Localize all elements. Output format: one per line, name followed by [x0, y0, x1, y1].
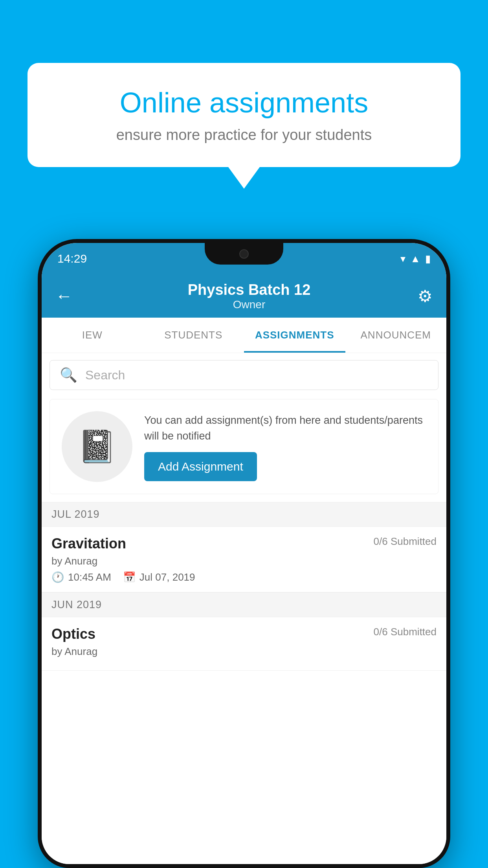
search-placeholder: Search [85, 368, 125, 383]
assignment-optics-title: Optics [51, 626, 95, 642]
assignment-gravitation-date: 📅 Jul 07, 2019 [123, 571, 195, 583]
notebook-icon: 📓 [77, 428, 117, 465]
content-area: 🔍 Search 📓 You can add assignment(s) fro… [42, 353, 446, 864]
assignment-item-optics[interactable]: Optics 0/6 Submitted by Anurag [42, 617, 446, 671]
status-bar: 14:29 ▾ ▲ ▮ [42, 243, 446, 274]
search-container: 🔍 Search [42, 353, 446, 397]
empty-state-card: 📓 You can add assignment(s) from here an… [50, 399, 438, 494]
app-bar: ← Physics Batch 12 Owner ⚙ [42, 274, 446, 318]
phone-frame: 14:29 ▾ ▲ ▮ ← Physics Batch 12 Owner ⚙ I… [38, 239, 450, 868]
gravitation-time-value: 10:45 AM [68, 571, 111, 583]
assignment-optics-author: by Anurag [51, 645, 437, 658]
app-bar-title-container: Physics Batch 12 Owner [81, 281, 418, 311]
section-header-jun-2019: JUN 2019 [42, 592, 446, 617]
assignment-gravitation-submitted: 0/6 Submitted [374, 535, 437, 548]
search-icon: 🔍 [60, 367, 77, 383]
calendar-icon: 📅 [123, 571, 136, 583]
speech-bubble-subtitle: ensure more practice for your students [55, 127, 433, 143]
tab-announcements[interactable]: ANNOUNCEM [345, 318, 447, 353]
notch [205, 243, 283, 265]
assignment-gravitation-meta: 🕐 10:45 AM 📅 Jul 07, 2019 [51, 571, 437, 583]
signal-icon: ▲ [410, 253, 420, 265]
tab-assignments[interactable]: ASSIGNMENTS [244, 318, 345, 353]
clock-icon: 🕐 [51, 571, 64, 583]
camera-dot [239, 249, 249, 259]
gravitation-date-value: Jul 07, 2019 [139, 571, 195, 583]
empty-state-description: You can add assignment(s) from here and … [144, 412, 426, 444]
status-time: 14:29 [57, 252, 87, 265]
assignment-optics-submitted: 0/6 Submitted [374, 626, 437, 638]
add-assignment-button[interactable]: Add Assignment [144, 452, 257, 481]
settings-icon[interactable]: ⚙ [418, 287, 433, 306]
assignment-optics-header: Optics 0/6 Submitted [51, 626, 437, 642]
back-button[interactable]: ← [55, 286, 73, 306]
speech-bubble-arrow [228, 167, 260, 189]
phone-inner: 14:29 ▾ ▲ ▮ ← Physics Batch 12 Owner ⚙ I… [42, 243, 446, 864]
app-bar-title: Physics Batch 12 [81, 281, 418, 298]
empty-state-text: You can add assignment(s) from here and … [144, 412, 426, 481]
search-bar[interactable]: 🔍 Search [50, 360, 438, 390]
assignment-item-gravitation[interactable]: Gravitation 0/6 Submitted by Anurag 🕐 10… [42, 527, 446, 592]
section-header-jul-2019: JUL 2019 [42, 502, 446, 527]
tab-iew[interactable]: IEW [42, 318, 143, 353]
app-bar-subtitle: Owner [81, 298, 418, 311]
status-icons: ▾ ▲ ▮ [400, 253, 431, 265]
assignment-gravitation-author: by Anurag [51, 555, 437, 567]
speech-bubble-container: Online assignments ensure more practice … [28, 63, 460, 189]
assignment-gravitation-time: 🕐 10:45 AM [51, 571, 111, 583]
speech-bubble: Online assignments ensure more practice … [28, 63, 460, 167]
assignment-gravitation-header: Gravitation 0/6 Submitted [51, 535, 437, 552]
assignment-illustration: 📓 [62, 411, 132, 482]
speech-bubble-title: Online assignments [55, 86, 433, 119]
assignment-gravitation-title: Gravitation [51, 535, 126, 552]
tab-students[interactable]: STUDENTS [143, 318, 244, 353]
wifi-icon: ▾ [400, 253, 405, 265]
battery-icon: ▮ [425, 253, 431, 265]
tabs-container: IEW STUDENTS ASSIGNMENTS ANNOUNCEM [42, 318, 446, 353]
